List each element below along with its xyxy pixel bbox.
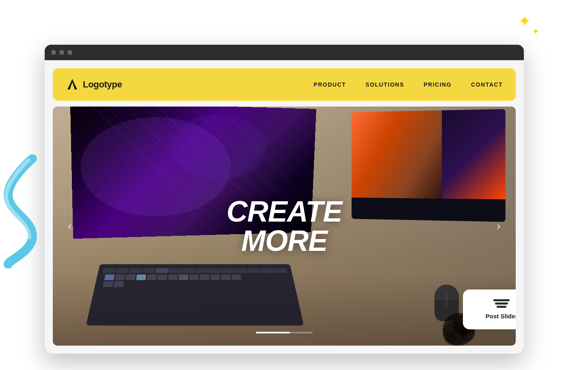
- svg-line-9: [84, 115, 166, 189]
- stack-line-3: [497, 306, 506, 308]
- navbar: Logotype PRODUCT SOLUTIONS PRICING CONTA…: [53, 68, 516, 101]
- keyboard: [86, 264, 304, 326]
- slider-arrow-left[interactable]: ‹: [61, 217, 79, 235]
- slider-headline-line2: MORE: [227, 226, 342, 255]
- slider-arrow-right[interactable]: ›: [490, 217, 508, 235]
- logo-text: Logotype: [83, 79, 122, 90]
- svg-point-18: [445, 331, 457, 344]
- laptop: [352, 109, 506, 222]
- svg-line-10: [218, 107, 301, 196]
- traffic-dot-3: [67, 50, 72, 55]
- nav-item-contact[interactable]: CONTACT: [471, 81, 503, 88]
- post-slider-badge: Post Slider: [463, 289, 516, 329]
- hero-slider: CREATE MORE ‹ ›: [53, 107, 516, 346]
- nav-item-product[interactable]: PRODUCT: [313, 81, 346, 88]
- progress-fill-1: [256, 332, 290, 333]
- svg-line-5: [141, 107, 240, 205]
- traffic-dot-1: [51, 50, 56, 55]
- star-small-icon: ✦: [532, 26, 539, 37]
- svg-line-3: [106, 107, 191, 193]
- nav-item-pricing[interactable]: PRICING: [424, 81, 452, 88]
- slider-headline-line1: CREATE: [227, 197, 342, 226]
- nav-links: PRODUCT SOLUTIONS PRICING CONTACT: [313, 81, 503, 88]
- svg-point-12: [80, 115, 232, 218]
- nav-item-solutions[interactable]: SOLUTIONS: [365, 81, 404, 88]
- post-slider-icon: [493, 299, 510, 308]
- logo-area: Logotype: [66, 78, 122, 91]
- svg-line-7: [175, 107, 275, 204]
- svg-line-8: [190, 107, 290, 202]
- slider-headline-container: CREATE MORE: [227, 197, 342, 255]
- progress-track-1: [256, 332, 313, 333]
- stack-line-1: [493, 299, 510, 301]
- stack-line-2: [495, 303, 508, 305]
- hero-background: CREATE MORE ‹ ›: [53, 107, 516, 346]
- browser-content: Logotype PRODUCT SOLUTIONS PRICING CONTA…: [45, 60, 524, 354]
- slider-progress: [256, 332, 313, 333]
- logo-icon: [66, 78, 79, 91]
- svg-line-2: [93, 107, 179, 188]
- svg-line-6: [158, 107, 259, 208]
- star-large-icon: ✦: [518, 12, 531, 30]
- post-slider-label: Post Slider: [486, 313, 516, 320]
- laptop-screen: [352, 109, 506, 199]
- svg-point-13: [171, 113, 267, 180]
- browser-window: Logotype PRODUCT SOLUTIONS PRICING CONTA…: [45, 45, 524, 354]
- browser-titlebar: [45, 45, 524, 60]
- squiggle-decoration: [0, 155, 41, 268]
- svg-line-4: [124, 107, 220, 200]
- svg-line-11: [115, 125, 200, 221]
- traffic-dot-2: [59, 50, 64, 55]
